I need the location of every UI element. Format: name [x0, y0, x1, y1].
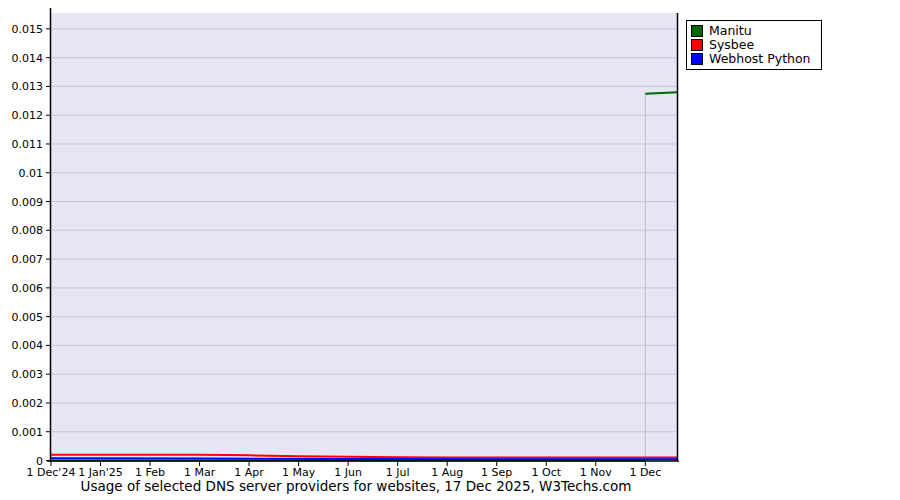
y-tick-label: 0.014: [12, 52, 44, 65]
legend-label: Webhost Python: [709, 52, 811, 66]
chart-svg: 00.0010.0020.0030.0040.0050.0060.0070.00…: [0, 0, 900, 500]
legend-label: Sysbee: [709, 38, 754, 52]
manitu-color-swatch-icon: [691, 25, 703, 37]
y-tick-label: 0.003: [12, 368, 44, 381]
y-tick-label: 0.015: [12, 23, 44, 36]
legend-item-manitu: Manitu: [691, 24, 811, 38]
y-tick-label: 0.004: [12, 339, 44, 352]
y-tick-label: 0.005: [12, 311, 44, 324]
legend-item-webhost-python: Webhost Python: [691, 52, 811, 66]
y-tick-label: 0.007: [12, 253, 44, 266]
y-tick-label: 0.011: [12, 138, 44, 151]
y-tick-label: 0.006: [12, 282, 44, 295]
y-tick-label: 0.001: [12, 426, 44, 439]
series-line-webhost-python: [51, 458, 678, 459]
legend-label: Manitu: [709, 24, 752, 38]
y-tick-label: 0.009: [12, 196, 44, 209]
y-tick-label: 0.002: [12, 397, 44, 410]
y-tick-label: 0.008: [12, 224, 44, 237]
y-tick-label: 0.01: [19, 167, 44, 180]
webhost-python-color-swatch-icon: [691, 53, 703, 65]
y-tick-label: 0.013: [12, 80, 44, 93]
chart-caption: Usage of selected DNS server providers f…: [0, 478, 712, 494]
chart-legend: Manitu Sysbee Webhost Python: [686, 20, 822, 70]
sysbee-color-swatch-icon: [691, 39, 703, 51]
chart-figure: 00.0010.0020.0030.0040.0050.0060.0070.00…: [0, 0, 900, 500]
plot-background: [51, 13, 678, 461]
y-tick-label: 0.012: [12, 109, 44, 122]
legend-item-sysbee: Sysbee: [691, 38, 811, 52]
